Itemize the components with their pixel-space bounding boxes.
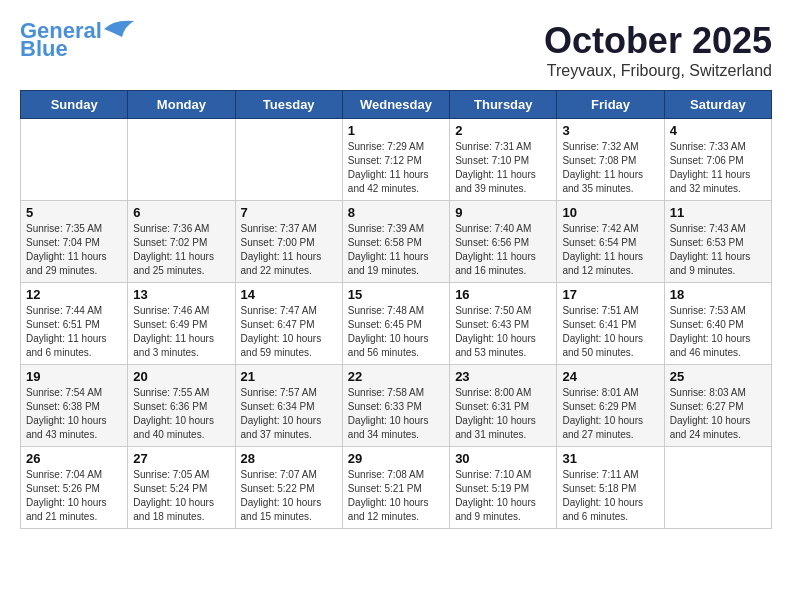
calendar-cell: 21Sunrise: 7:57 AM Sunset: 6:34 PM Dayli… — [235, 365, 342, 447]
day-number: 8 — [348, 205, 444, 220]
day-number: 17 — [562, 287, 658, 302]
day-number: 24 — [562, 369, 658, 384]
calendar-cell: 4Sunrise: 7:33 AM Sunset: 7:06 PM Daylig… — [664, 119, 771, 201]
weekday-header-sunday: Sunday — [21, 91, 128, 119]
day-info: Sunrise: 8:01 AM Sunset: 6:29 PM Dayligh… — [562, 386, 658, 442]
day-info: Sunrise: 7:43 AM Sunset: 6:53 PM Dayligh… — [670, 222, 766, 278]
location-subtitle: Treyvaux, Fribourg, Switzerland — [544, 62, 772, 80]
calendar-table: SundayMondayTuesdayWednesdayThursdayFrid… — [20, 90, 772, 529]
day-number: 10 — [562, 205, 658, 220]
day-info: Sunrise: 7:50 AM Sunset: 6:43 PM Dayligh… — [455, 304, 551, 360]
calendar-cell: 26Sunrise: 7:04 AM Sunset: 5:26 PM Dayli… — [21, 447, 128, 529]
calendar-cell: 15Sunrise: 7:48 AM Sunset: 6:45 PM Dayli… — [342, 283, 449, 365]
day-info: Sunrise: 7:51 AM Sunset: 6:41 PM Dayligh… — [562, 304, 658, 360]
day-number: 16 — [455, 287, 551, 302]
calendar-cell: 28Sunrise: 7:07 AM Sunset: 5:22 PM Dayli… — [235, 447, 342, 529]
day-number: 31 — [562, 451, 658, 466]
calendar-cell: 25Sunrise: 8:03 AM Sunset: 6:27 PM Dayli… — [664, 365, 771, 447]
title-block: October 2025 Treyvaux, Fribourg, Switzer… — [544, 20, 772, 80]
day-info: Sunrise: 7:54 AM Sunset: 6:38 PM Dayligh… — [26, 386, 122, 442]
day-number: 19 — [26, 369, 122, 384]
calendar-cell: 8Sunrise: 7:39 AM Sunset: 6:58 PM Daylig… — [342, 201, 449, 283]
calendar-cell: 12Sunrise: 7:44 AM Sunset: 6:51 PM Dayli… — [21, 283, 128, 365]
weekday-header-friday: Friday — [557, 91, 664, 119]
day-number: 20 — [133, 369, 229, 384]
day-number: 30 — [455, 451, 551, 466]
weekday-header-tuesday: Tuesday — [235, 91, 342, 119]
logo-wing-icon — [104, 19, 134, 39]
day-number: 26 — [26, 451, 122, 466]
calendar-cell: 29Sunrise: 7:08 AM Sunset: 5:21 PM Dayli… — [342, 447, 449, 529]
day-info: Sunrise: 7:40 AM Sunset: 6:56 PM Dayligh… — [455, 222, 551, 278]
calendar-cell: 3Sunrise: 7:32 AM Sunset: 7:08 PM Daylig… — [557, 119, 664, 201]
calendar-cell: 31Sunrise: 7:11 AM Sunset: 5:18 PM Dayli… — [557, 447, 664, 529]
calendar-week-3: 12Sunrise: 7:44 AM Sunset: 6:51 PM Dayli… — [21, 283, 772, 365]
day-info: Sunrise: 7:07 AM Sunset: 5:22 PM Dayligh… — [241, 468, 337, 524]
weekday-header-saturday: Saturday — [664, 91, 771, 119]
day-info: Sunrise: 7:35 AM Sunset: 7:04 PM Dayligh… — [26, 222, 122, 278]
calendar-cell: 22Sunrise: 7:58 AM Sunset: 6:33 PM Dayli… — [342, 365, 449, 447]
day-number: 18 — [670, 287, 766, 302]
day-info: Sunrise: 7:46 AM Sunset: 6:49 PM Dayligh… — [133, 304, 229, 360]
calendar-week-4: 19Sunrise: 7:54 AM Sunset: 6:38 PM Dayli… — [21, 365, 772, 447]
weekday-header-monday: Monday — [128, 91, 235, 119]
day-info: Sunrise: 7:10 AM Sunset: 5:19 PM Dayligh… — [455, 468, 551, 524]
day-info: Sunrise: 7:04 AM Sunset: 5:26 PM Dayligh… — [26, 468, 122, 524]
day-number: 28 — [241, 451, 337, 466]
day-info: Sunrise: 7:36 AM Sunset: 7:02 PM Dayligh… — [133, 222, 229, 278]
day-number: 12 — [26, 287, 122, 302]
day-number: 15 — [348, 287, 444, 302]
calendar-cell: 2Sunrise: 7:31 AM Sunset: 7:10 PM Daylig… — [450, 119, 557, 201]
calendar-cell — [21, 119, 128, 201]
calendar-cell: 16Sunrise: 7:50 AM Sunset: 6:43 PM Dayli… — [450, 283, 557, 365]
page-header: General Blue October 2025 Treyvaux, Frib… — [20, 20, 772, 80]
day-info: Sunrise: 8:03 AM Sunset: 6:27 PM Dayligh… — [670, 386, 766, 442]
day-info: Sunrise: 7:44 AM Sunset: 6:51 PM Dayligh… — [26, 304, 122, 360]
calendar-cell: 24Sunrise: 8:01 AM Sunset: 6:29 PM Dayli… — [557, 365, 664, 447]
day-number: 11 — [670, 205, 766, 220]
calendar-cell: 1Sunrise: 7:29 AM Sunset: 7:12 PM Daylig… — [342, 119, 449, 201]
calendar-cell: 13Sunrise: 7:46 AM Sunset: 6:49 PM Dayli… — [128, 283, 235, 365]
day-number: 25 — [670, 369, 766, 384]
weekday-header-wednesday: Wednesday — [342, 91, 449, 119]
calendar-cell: 19Sunrise: 7:54 AM Sunset: 6:38 PM Dayli… — [21, 365, 128, 447]
logo: General Blue — [20, 20, 134, 60]
calendar-cell — [664, 447, 771, 529]
day-info: Sunrise: 7:47 AM Sunset: 6:47 PM Dayligh… — [241, 304, 337, 360]
day-info: Sunrise: 8:00 AM Sunset: 6:31 PM Dayligh… — [455, 386, 551, 442]
day-number: 2 — [455, 123, 551, 138]
calendar-cell: 27Sunrise: 7:05 AM Sunset: 5:24 PM Dayli… — [128, 447, 235, 529]
day-number: 13 — [133, 287, 229, 302]
calendar-cell: 10Sunrise: 7:42 AM Sunset: 6:54 PM Dayli… — [557, 201, 664, 283]
calendar-cell: 30Sunrise: 7:10 AM Sunset: 5:19 PM Dayli… — [450, 447, 557, 529]
logo-line2: Blue — [20, 38, 68, 60]
day-info: Sunrise: 7:48 AM Sunset: 6:45 PM Dayligh… — [348, 304, 444, 360]
day-number: 14 — [241, 287, 337, 302]
day-info: Sunrise: 7:32 AM Sunset: 7:08 PM Dayligh… — [562, 140, 658, 196]
day-number: 6 — [133, 205, 229, 220]
day-info: Sunrise: 7:29 AM Sunset: 7:12 PM Dayligh… — [348, 140, 444, 196]
day-number: 21 — [241, 369, 337, 384]
day-number: 4 — [670, 123, 766, 138]
day-number: 27 — [133, 451, 229, 466]
day-info: Sunrise: 7:05 AM Sunset: 5:24 PM Dayligh… — [133, 468, 229, 524]
calendar-week-2: 5Sunrise: 7:35 AM Sunset: 7:04 PM Daylig… — [21, 201, 772, 283]
day-info: Sunrise: 7:33 AM Sunset: 7:06 PM Dayligh… — [670, 140, 766, 196]
day-info: Sunrise: 7:39 AM Sunset: 6:58 PM Dayligh… — [348, 222, 444, 278]
day-info: Sunrise: 7:55 AM Sunset: 6:36 PM Dayligh… — [133, 386, 229, 442]
day-info: Sunrise: 7:58 AM Sunset: 6:33 PM Dayligh… — [348, 386, 444, 442]
calendar-cell — [128, 119, 235, 201]
calendar-cell: 11Sunrise: 7:43 AM Sunset: 6:53 PM Dayli… — [664, 201, 771, 283]
day-number: 29 — [348, 451, 444, 466]
calendar-cell: 5Sunrise: 7:35 AM Sunset: 7:04 PM Daylig… — [21, 201, 128, 283]
day-info: Sunrise: 7:42 AM Sunset: 6:54 PM Dayligh… — [562, 222, 658, 278]
month-title: October 2025 — [544, 20, 772, 62]
day-info: Sunrise: 7:53 AM Sunset: 6:40 PM Dayligh… — [670, 304, 766, 360]
day-number: 22 — [348, 369, 444, 384]
day-info: Sunrise: 7:31 AM Sunset: 7:10 PM Dayligh… — [455, 140, 551, 196]
calendar-cell: 14Sunrise: 7:47 AM Sunset: 6:47 PM Dayli… — [235, 283, 342, 365]
calendar-week-5: 26Sunrise: 7:04 AM Sunset: 5:26 PM Dayli… — [21, 447, 772, 529]
weekday-header-thursday: Thursday — [450, 91, 557, 119]
day-number: 1 — [348, 123, 444, 138]
calendar-cell: 18Sunrise: 7:53 AM Sunset: 6:40 PM Dayli… — [664, 283, 771, 365]
